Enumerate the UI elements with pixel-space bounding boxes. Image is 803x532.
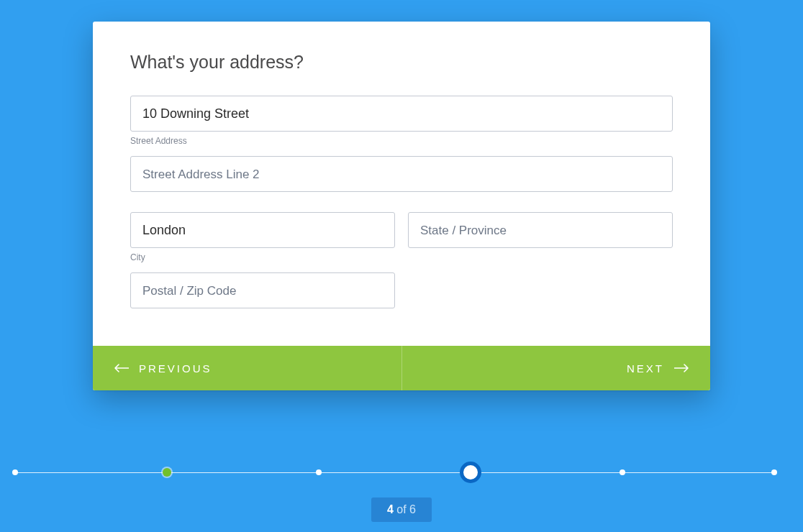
- state-input[interactable]: [408, 212, 673, 248]
- field-street2: [130, 156, 673, 192]
- postal-code-input[interactable]: [130, 272, 395, 308]
- city-label: City: [130, 252, 395, 262]
- street-address-2-input[interactable]: [130, 156, 673, 192]
- progress-step-6[interactable]: [771, 469, 777, 475]
- progress-step-current[interactable]: [460, 462, 481, 483]
- next-label: NEXT: [627, 362, 664, 375]
- arrow-right-icon: [674, 364, 689, 372]
- field-street1: Street Address: [130, 96, 673, 146]
- arrow-left-icon: [114, 364, 129, 372]
- street1-label: Street Address: [130, 136, 673, 146]
- page-title: What's your address?: [130, 52, 673, 73]
- form-body: What's your address? Street Address City: [93, 22, 710, 346]
- card-footer: PREVIOUS NEXT: [93, 346, 710, 390]
- progress-of: of: [394, 503, 409, 515]
- field-state: [408, 212, 673, 262]
- progress-step-1[interactable]: [12, 469, 18, 475]
- progress-track: [15, 462, 774, 483]
- progress-current: 4: [387, 503, 394, 515]
- progress-total: 6: [409, 503, 416, 515]
- field-city: City: [130, 212, 395, 262]
- previous-label: PREVIOUS: [139, 362, 212, 375]
- form-card: What's your address? Street Address City: [93, 22, 710, 390]
- progress-step-3[interactable]: [316, 469, 322, 475]
- street-address-input[interactable]: [130, 96, 673, 132]
- progress-line: [15, 472, 774, 473]
- progress-badge: 4 of 6: [371, 497, 432, 522]
- progress-step-5[interactable]: [620, 469, 625, 475]
- previous-button[interactable]: PREVIOUS: [93, 346, 402, 390]
- field-postal: [130, 272, 395, 308]
- city-input[interactable]: [130, 212, 395, 248]
- next-button[interactable]: NEXT: [402, 346, 711, 390]
- progress-step-2[interactable]: [163, 468, 171, 477]
